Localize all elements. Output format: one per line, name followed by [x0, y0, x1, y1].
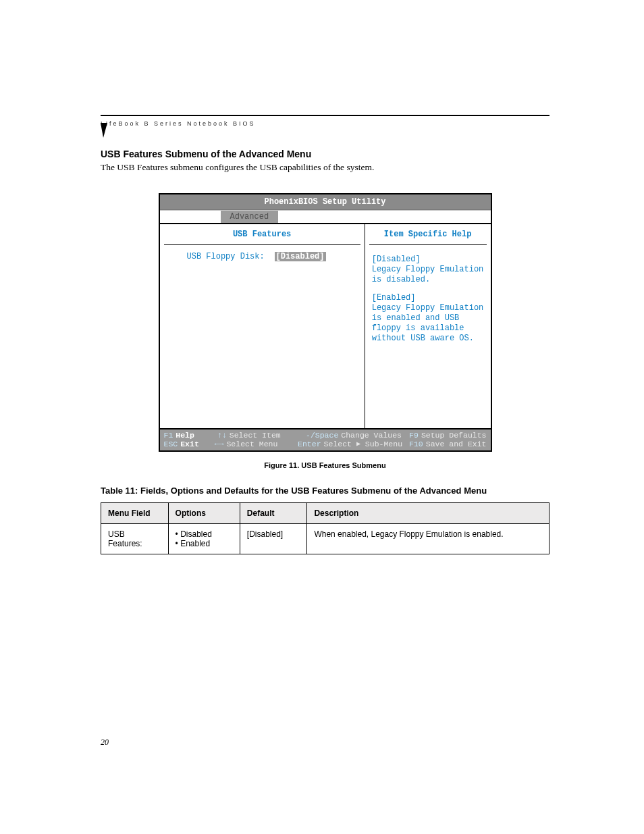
label-submenu: Sub-Menu [365, 440, 402, 448]
triangle-right-icon: ▶ [356, 440, 360, 448]
key-minus-space: -/Space [306, 431, 338, 440]
key-enter: Enter [298, 440, 321, 448]
option-disabled: Disabled [180, 529, 212, 539]
th-options: Options [168, 503, 240, 524]
page-number: 20 [101, 737, 109, 748]
document-page: LifeBook B Series Notebook BIOS USB Feat… [0, 0, 644, 834]
key-esc: ESC [164, 440, 178, 448]
running-header-text: LifeBook B Series Notebook BIOS [101, 116, 549, 127]
bios-left-pane: USB Features USB Floppy Disk: [Disabled] [160, 224, 365, 428]
figure-caption: Figure 11. USB Features Submenu [101, 461, 549, 469]
bios-body: USB Features USB Floppy Disk: [Disabled]… [160, 223, 491, 429]
field-value[interactable]: [Disabled] [275, 252, 326, 261]
bios-help-pane: Item Specific Help [Disabled] Legacy Flo… [365, 224, 491, 428]
key-f10: F10 [409, 440, 423, 448]
label-save-exit: Save and Exit [426, 440, 487, 448]
key-f9: F9 [409, 431, 419, 440]
help-disabled-body: Legacy Floppy Emulation is disabled. [372, 265, 484, 284]
bios-footer: F1Help ↑↓Select Item -/SpaceChange Value… [160, 429, 491, 450]
table-row: USB Features: • Disabled • Enabled [Disa… [101, 524, 549, 554]
help-enabled-body: Legacy Floppy Emulation is enabled and U… [372, 303, 484, 343]
table-header-row: Menu Field Options Default Description [101, 503, 549, 524]
label-setup-defaults: Setup Defaults [421, 431, 487, 440]
th-menu-field: Menu Field [101, 503, 169, 524]
cell-default: [Disabled] [240, 524, 307, 554]
running-header: LifeBook B Series Notebook BIOS [101, 115, 549, 127]
cell-description: When enabled, Legacy Floppy Emulation is… [307, 524, 549, 554]
wedge-icon [101, 123, 110, 139]
bios-help-text: [Disabled] Legacy Floppy Emulation is di… [365, 245, 491, 344]
label-exit: Exit [180, 440, 199, 448]
table-title: Table 11: Fields, Options and Defaults f… [101, 486, 549, 496]
option-enabled: Enabled [180, 539, 210, 548]
bios-field-row[interactable]: USB Floppy Disk: [Disabled] [160, 245, 365, 261]
key-arrows-h: ←→ [215, 440, 224, 448]
label-select-item: Select Item [230, 431, 281, 440]
bios-left-title: USB Features [160, 224, 365, 244]
label-select: Select [324, 440, 352, 448]
key-f1: F1 [164, 431, 173, 440]
cell-options: • Disabled • Enabled [168, 524, 240, 554]
th-description: Description [307, 503, 549, 524]
cell-menu-field: USB Features: [101, 524, 169, 554]
section-description: The USB Features submenu configures the … [101, 162, 549, 173]
field-label: USB Floppy Disk: [187, 252, 275, 261]
label-change-values: Change Values [341, 431, 402, 440]
th-default: Default [240, 503, 307, 524]
bios-help-title: Item Specific Help [365, 224, 491, 244]
label-help: Help [176, 431, 194, 440]
options-table: Menu Field Options Default Description U… [101, 502, 549, 554]
bios-title-bar: PhoenixBIOS Setup Utility [160, 194, 491, 210]
section-title: USB Features Submenu of the Advanced Men… [101, 149, 549, 159]
help-enabled-head: [Enabled] [372, 293, 416, 303]
help-disabled-head: [Disabled] [372, 255, 421, 264]
bios-screenshot: PhoenixBIOS Setup Utility Advanced USB F… [159, 193, 492, 452]
label-select-menu: Select Menu [226, 440, 277, 448]
bios-menu-bar: Advanced [160, 210, 491, 223]
tab-advanced[interactable]: Advanced [221, 211, 279, 223]
key-arrows-v: ↑↓ [217, 431, 227, 440]
tab-spacer [160, 211, 221, 223]
